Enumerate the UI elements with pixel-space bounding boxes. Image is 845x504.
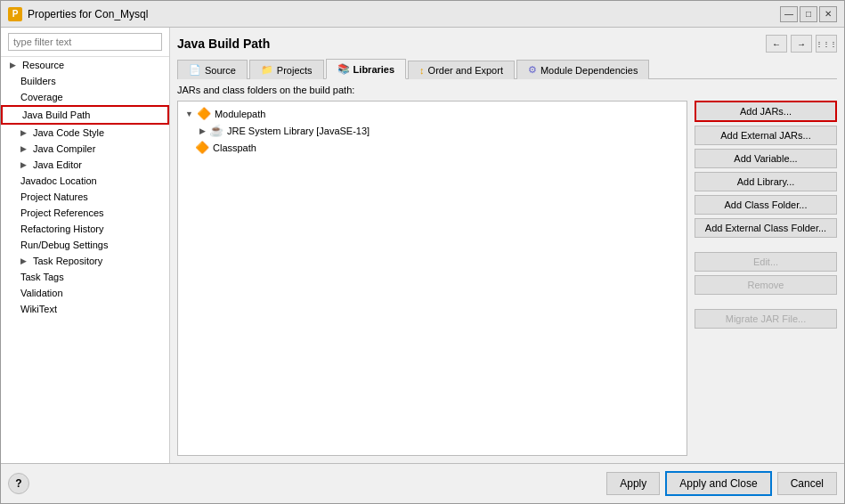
dialog-title: Properties for Con_Mysql bbox=[28, 8, 148, 20]
libraries-icon: 📚 bbox=[337, 63, 350, 75]
classpath-icon: 🔶 bbox=[195, 141, 209, 154]
expand-arrow: ▶ bbox=[10, 61, 19, 69]
main-header: Java Build Path ← → ⋮⋮⋮ bbox=[177, 35, 837, 53]
tree-item-label: Modulepath bbox=[215, 109, 266, 119]
sidebar-item-label: Coverage bbox=[20, 92, 63, 102]
tab-module-label: Module Dependencies bbox=[540, 65, 638, 76]
tree-item-label: JRE System Library [JavaSE-13] bbox=[227, 126, 370, 136]
sidebar-item-project-references[interactable]: Project References bbox=[1, 205, 169, 221]
jre-icon: ☕ bbox=[209, 124, 223, 137]
back-button[interactable]: ← bbox=[766, 35, 787, 53]
sidebar-item-task-repository[interactable]: ▶ Task Repository bbox=[1, 253, 169, 269]
remove-button[interactable]: Remove bbox=[695, 275, 837, 295]
buttons-panel: Add JARs... Add External JARs... Add Var… bbox=[695, 101, 837, 456]
migrate-jar-button[interactable]: Migrate JAR File... bbox=[695, 309, 837, 329]
filter-input[interactable] bbox=[8, 33, 162, 51]
sidebar-item-run-debug[interactable]: Run/Debug Settings bbox=[1, 237, 169, 253]
main-content: Java Build Path ← → ⋮⋮⋮ 📄 Source 📁 Proje… bbox=[170, 28, 844, 463]
tree-expand-arrow: ▼ bbox=[185, 110, 193, 118]
tabs: 📄 Source 📁 Projects 📚 Libraries ↕ Order … bbox=[177, 58, 837, 79]
expand-arrow: ▶ bbox=[20, 160, 29, 169]
order-icon: ↕ bbox=[419, 65, 425, 76]
title-bar-controls: — □ ✕ bbox=[780, 6, 837, 22]
add-external-class-folder-button[interactable]: Add External Class Folder... bbox=[695, 218, 837, 238]
sidebar-item-label: Java Code Style bbox=[33, 127, 104, 138]
desc-text: JARs and class folders on the build path… bbox=[177, 85, 837, 95]
tab-module-dependencies[interactable]: ⚙ Module Dependencies bbox=[516, 60, 649, 79]
footer-buttons: Apply Apply and Close Cancel bbox=[606, 471, 837, 496]
forward-button[interactable]: → bbox=[791, 35, 812, 53]
projects-icon: 📁 bbox=[261, 64, 273, 76]
add-external-jars-button[interactable]: Add External JARs... bbox=[695, 126, 837, 145]
add-jars-button[interactable]: Add JARs... bbox=[695, 101, 837, 122]
sidebar-item-label: Java Compiler bbox=[33, 143, 95, 154]
sidebar-item-label: Project References bbox=[20, 207, 104, 218]
content-area: ▼ 🔶 Modulepath ▶ ☕ JRE System Library [J… bbox=[177, 101, 837, 456]
tree-item-modulepath[interactable]: ▼ 🔶 Modulepath bbox=[182, 105, 683, 122]
btn-spacer-1 bbox=[695, 241, 837, 248]
tab-libraries[interactable]: 📚 Libraries bbox=[326, 59, 406, 79]
sidebar-item-project-natures[interactable]: Project Natures bbox=[1, 189, 169, 205]
sidebar-item-task-tags[interactable]: Task Tags bbox=[1, 269, 169, 285]
main-toolbar: ← → ⋮⋮⋮ bbox=[766, 35, 837, 53]
sidebar-item-label: Builders bbox=[20, 76, 56, 86]
sidebar-item-label: Refactoring History bbox=[20, 224, 104, 234]
sidebar-item-label: Project Natures bbox=[20, 191, 88, 202]
sidebar-item-label: Java Build Path bbox=[22, 110, 90, 120]
maximize-button[interactable]: □ bbox=[800, 6, 817, 22]
sidebar-item-builders[interactable]: Builders bbox=[1, 73, 169, 89]
edit-button[interactable]: Edit... bbox=[695, 252, 837, 272]
cancel-button[interactable]: Cancel bbox=[777, 472, 837, 495]
add-variable-button[interactable]: Add Variable... bbox=[695, 149, 837, 168]
expand-arrow: ▶ bbox=[20, 144, 29, 153]
btn-spacer-2 bbox=[695, 298, 837, 305]
sidebar-item-resource[interactable]: ▶ Resource bbox=[1, 57, 169, 73]
dialog-footer: ? Apply Apply and Close Cancel bbox=[1, 463, 844, 503]
tab-order-export[interactable]: ↕ Order and Export bbox=[408, 61, 515, 79]
sidebar-item-java-build-path[interactable]: Java Build Path bbox=[1, 105, 169, 125]
help-button[interactable]: ? bbox=[8, 473, 29, 494]
expand-arrow: ▶ bbox=[20, 256, 29, 265]
tree-panel: ▼ 🔶 Modulepath ▶ ☕ JRE System Library [J… bbox=[177, 101, 687, 456]
dialog-body: ▶ Resource Builders Coverage Java Build … bbox=[1, 28, 844, 463]
apply-close-button[interactable]: Apply and Close bbox=[665, 471, 771, 496]
more-button[interactable]: ⋮⋮⋮ bbox=[816, 35, 837, 53]
sidebar-item-coverage[interactable]: Coverage bbox=[1, 89, 169, 105]
sidebar-tree: ▶ Resource Builders Coverage Java Build … bbox=[1, 57, 169, 463]
sidebar-item-wikitext[interactable]: WikiText bbox=[1, 301, 169, 317]
tree-expand-arrow: ▶ bbox=[199, 126, 206, 135]
sidebar: ▶ Resource Builders Coverage Java Build … bbox=[1, 28, 170, 463]
minimize-button[interactable]: — bbox=[780, 6, 798, 22]
add-library-button[interactable]: Add Library... bbox=[695, 172, 837, 191]
add-class-folder-button[interactable]: Add Class Folder... bbox=[695, 195, 837, 215]
sidebar-item-javadoc-location[interactable]: Javadoc Location bbox=[1, 173, 169, 189]
close-button[interactable]: ✕ bbox=[819, 6, 837, 22]
tab-source[interactable]: 📄 Source bbox=[177, 60, 248, 79]
source-icon: 📄 bbox=[189, 64, 201, 76]
sidebar-item-label: Task Tags bbox=[20, 272, 64, 282]
tab-projects-label: Projects bbox=[277, 65, 313, 76]
apply-button[interactable]: Apply bbox=[606, 472, 660, 495]
sidebar-item-label: WikiText bbox=[20, 304, 57, 314]
tab-order-label: Order and Export bbox=[428, 65, 503, 76]
sidebar-item-java-editor[interactable]: ▶ Java Editor bbox=[1, 157, 169, 173]
tree-item-jre[interactable]: ▶ ☕ JRE System Library [JavaSE-13] bbox=[182, 122, 683, 139]
tree-item-classpath[interactable]: ▶ 🔶 Classpath bbox=[182, 139, 683, 156]
sidebar-item-label: Run/Debug Settings bbox=[20, 240, 108, 250]
tab-projects[interactable]: 📁 Projects bbox=[249, 60, 324, 79]
sidebar-item-validation[interactable]: Validation bbox=[1, 285, 169, 301]
sidebar-item-java-code-style[interactable]: ▶ Java Code Style bbox=[1, 125, 169, 141]
sidebar-item-java-compiler[interactable]: ▶ Java Compiler bbox=[1, 141, 169, 157]
expand-arrow: ▶ bbox=[20, 128, 29, 137]
filter-box bbox=[1, 28, 169, 57]
tab-source-label: Source bbox=[205, 65, 236, 76]
sidebar-item-refactoring-history[interactable]: Refactoring History bbox=[1, 221, 169, 237]
module-icon: ⚙ bbox=[528, 64, 537, 76]
sidebar-item-label: Javadoc Location bbox=[20, 175, 97, 186]
title-bar-left: P Properties for Con_Mysql bbox=[8, 7, 148, 21]
sidebar-item-label: Resource bbox=[22, 60, 64, 70]
dialog-icon: P bbox=[8, 7, 22, 21]
sidebar-item-label: Java Editor bbox=[33, 159, 82, 170]
sidebar-item-label: Validation bbox=[20, 288, 63, 298]
title-bar: P Properties for Con_Mysql — □ ✕ bbox=[1, 1, 844, 28]
